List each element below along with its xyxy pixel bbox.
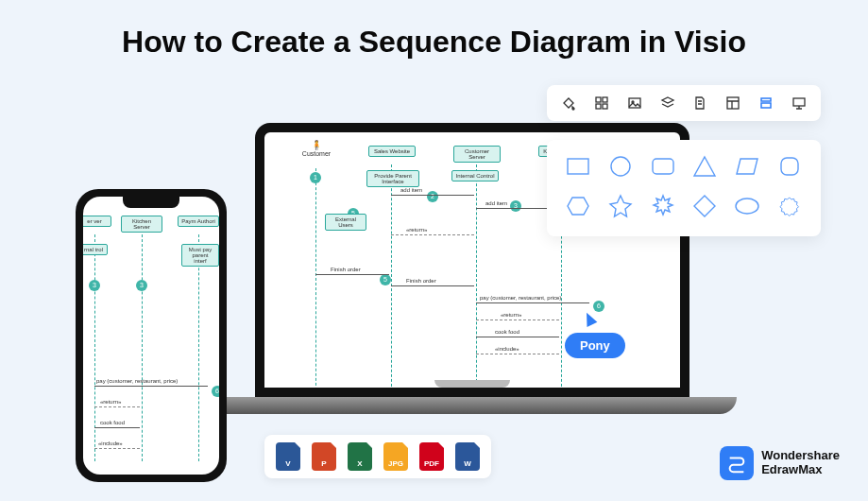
- brand-line1: Wondershare: [761, 449, 840, 463]
- shape-triangle[interactable]: [690, 153, 719, 183]
- arrow: [476, 337, 559, 337]
- user-tag: Pony: [565, 333, 625, 358]
- msg-add-item: add item: [400, 187, 422, 193]
- fill-icon[interactable]: [560, 95, 577, 112]
- toolbar-panel: [547, 85, 821, 121]
- step-1: 1: [310, 172, 321, 183]
- arrow: [94, 386, 208, 387]
- shape-burst[interactable]: [649, 193, 677, 223]
- laptop-base: [208, 397, 737, 414]
- brand-text: Wondershare EdrawMax: [761, 449, 840, 477]
- lifeline-label: Paym Authori: [178, 216, 219, 227]
- svg-point-14: [736, 199, 758, 214]
- arrow: [391, 285, 474, 286]
- step: 6: [212, 386, 219, 397]
- arrow: [94, 427, 140, 428]
- lifeline-line: [198, 234, 199, 461]
- lifeline-custserver: Customer Server: [453, 146, 501, 163]
- svg-rect-1: [603, 97, 607, 102]
- node: Must pay parent interf: [181, 244, 219, 267]
- shape-circle[interactable]: [606, 153, 635, 183]
- shape-rounded-square[interactable]: [775, 153, 804, 183]
- lifeline: Kitchen Server: [121, 216, 162, 233]
- file-jpg[interactable]: JPG: [383, 442, 408, 471]
- arrow: [315, 274, 389, 275]
- actor-icon: 🧍: [293, 140, 340, 150]
- msg-return2: «return»: [501, 312, 521, 318]
- lifeline-customer: 🧍 Customer: [293, 140, 340, 157]
- lifeline: er ver: [83, 216, 111, 227]
- svg-rect-0: [596, 97, 601, 102]
- arrow-dashed: [476, 320, 559, 320]
- arrow-dashed: [476, 354, 559, 354]
- file-word[interactable]: W: [455, 442, 480, 471]
- layout-icon[interactable]: [724, 95, 741, 112]
- shape-seal[interactable]: [775, 193, 804, 223]
- image-icon[interactable]: [626, 95, 643, 112]
- presentation-icon[interactable]: [791, 95, 808, 112]
- cursor-icon: [582, 310, 598, 327]
- step-6: 6: [593, 301, 604, 312]
- shape-rounded-rect[interactable]: [649, 153, 677, 183]
- svg-rect-2: [596, 104, 601, 109]
- shape-parallelogram[interactable]: [733, 153, 761, 183]
- svg-rect-4: [629, 98, 640, 108]
- msg-cook: cook food: [495, 329, 519, 335]
- grid-icon[interactable]: [593, 95, 610, 112]
- msg-finish: Finish order: [331, 267, 361, 272]
- svg-rect-12: [653, 159, 673, 174]
- svg-rect-9: [793, 98, 805, 106]
- page-title: How to Create a Sequence Diagram in Visi…: [0, 25, 868, 60]
- svg-point-11: [611, 157, 630, 176]
- step-5b: 5: [380, 274, 391, 285]
- node-internal-control: Internal Control: [451, 170, 499, 181]
- file-pdf[interactable]: PDF: [419, 442, 444, 471]
- brand: Wondershare EdrawMax: [720, 446, 840, 480]
- lifeline-line: [476, 164, 477, 391]
- phone-screen: er ver Kitchen Server Paym Authori rnal …: [83, 197, 219, 475]
- msg: «return»: [100, 399, 121, 405]
- file-excel[interactable]: X: [348, 442, 372, 471]
- svg-rect-6: [727, 97, 739, 109]
- step-3: 3: [510, 200, 521, 212]
- msg: pay (customer, restaurant, price): [96, 378, 178, 384]
- phone-mockup: er ver Kitchen Server Paym Authori rnal …: [76, 189, 227, 482]
- lifeline-line: [315, 168, 316, 395]
- node-provide-parent: Provide Parent Interface: [366, 170, 419, 187]
- brand-logo-icon: [720, 446, 754, 480]
- msg-return: «return»: [406, 227, 427, 233]
- file-ppt[interactable]: P: [312, 442, 336, 471]
- arrow-dashed: [94, 448, 140, 449]
- lifeline-label: Sales Website: [368, 146, 416, 157]
- stack-icon[interactable]: [757, 95, 774, 112]
- arrow-dashed: [94, 406, 140, 407]
- lifeline-line: [142, 234, 143, 461]
- lifeline-line: [391, 164, 392, 391]
- page-icon[interactable]: [691, 95, 708, 112]
- node-external-users: External Users: [325, 214, 366, 231]
- arrow-dashed: [391, 234, 474, 235]
- msg: «include»: [98, 441, 123, 446]
- file-visio[interactable]: V: [276, 442, 300, 471]
- svg-rect-7: [761, 98, 771, 101]
- lifeline-label: Kitchen Server: [121, 216, 162, 233]
- lifeline: Paym Authori: [178, 216, 219, 227]
- shape-ellipse[interactable]: [733, 193, 761, 223]
- msg-pay: pay (customer, restaurant, price): [480, 295, 561, 301]
- step: 3: [89, 280, 100, 291]
- svg-rect-3: [603, 104, 607, 109]
- shape-rectangle[interactable]: [564, 153, 592, 183]
- arrow: [476, 302, 589, 303]
- shape-diamond[interactable]: [690, 193, 719, 223]
- shape-star[interactable]: [606, 193, 635, 223]
- lifeline-label: er ver: [83, 216, 111, 227]
- msg-include: «include»: [495, 346, 519, 352]
- layers-icon[interactable]: [659, 95, 676, 112]
- lifeline-label: Customer Server: [453, 146, 501, 163]
- brand-line2: EdrawMax: [761, 463, 840, 477]
- msg-add-item2: add item: [485, 200, 507, 206]
- node: rnal trol: [83, 244, 108, 255]
- shape-hexagon[interactable]: [564, 193, 592, 223]
- svg-rect-10: [568, 159, 588, 174]
- phone-diagram: er ver Kitchen Server Paym Authori rnal …: [83, 197, 219, 475]
